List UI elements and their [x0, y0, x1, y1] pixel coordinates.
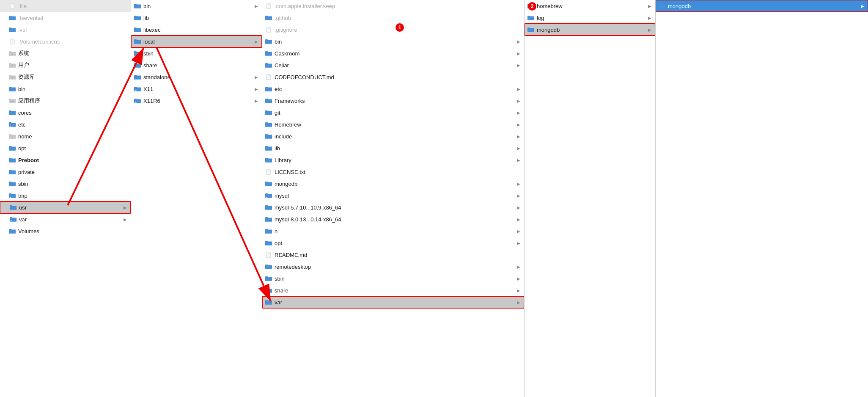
list-item[interactable]: etc▶	[262, 83, 524, 95]
list-item[interactable]: Library▶	[262, 154, 524, 166]
list-item[interactable]: opt▶	[262, 237, 524, 249]
item-label: share	[275, 287, 516, 294]
item-label: etc	[18, 121, 128, 128]
folder-icon	[265, 181, 272, 187]
list-item[interactable]: git▶	[262, 107, 524, 119]
list-item[interactable]: usr▶	[0, 201, 131, 213]
item-label: Homebrew	[275, 121, 516, 128]
item-label: tmp	[18, 193, 128, 199]
list-item[interactable]: .github	[262, 12, 524, 24]
list-item[interactable]: ✦ 用户	[0, 59, 131, 71]
list-item[interactable]: mongodb▶	[262, 178, 524, 190]
list-item[interactable]: n▶	[262, 225, 524, 237]
chevron-right-icon: ▶	[516, 99, 522, 103]
list-item[interactable]: bin▶	[131, 0, 262, 12]
list-item[interactable]: share	[131, 59, 262, 71]
folder-icon: ✦	[8, 50, 16, 56]
list-item[interactable]: lib	[131, 12, 262, 24]
folder-icon	[134, 74, 141, 80]
list-item[interactable]: local▶	[131, 36, 262, 47]
list-item[interactable]: ✦ home	[0, 130, 131, 142]
list-item[interactable]: opt	[0, 142, 131, 154]
list-item[interactable]: mysql-5.7.10...10.9-x86_64▶	[262, 201, 524, 213]
folder-icon	[8, 145, 16, 151]
svg-text:✦: ✦	[11, 64, 13, 67]
list-item[interactable]: .VolumeIcon.icns	[0, 36, 131, 47]
list-item[interactable]: ✦ 系统	[0, 47, 131, 59]
folder-icon	[265, 121, 272, 127]
chevron-right-icon: ▶	[516, 217, 522, 222]
list-item[interactable]: README.md	[262, 249, 524, 261]
chevron-right-icon: ▶	[516, 205, 522, 210]
item-label: Cellar	[275, 62, 516, 69]
folder-icon	[265, 299, 272, 305]
list-item[interactable]: X11R6▶	[131, 95, 262, 107]
list-item[interactable]: log▶	[525, 12, 655, 24]
list-item[interactable]: sbin	[0, 178, 131, 190]
item-label: homebrew	[537, 3, 647, 9]
list-item[interactable]: .vol	[0, 24, 131, 36]
list-item[interactable]: tmp	[0, 190, 131, 201]
folder-icon	[134, 50, 141, 56]
folder-icon	[265, 276, 272, 281]
list-item[interactable]: .gitignore	[262, 24, 524, 36]
list-item[interactable]: cores	[0, 107, 131, 119]
list-item[interactable]: mysql▶	[262, 190, 524, 201]
list-item[interactable]: Frameworks▶	[262, 95, 524, 107]
chevron-right-icon: ▶	[516, 63, 522, 68]
list-item[interactable]: standalone▶	[131, 71, 262, 83]
folder-icon	[8, 86, 16, 92]
folder-icon	[527, 15, 535, 21]
item-label: Volumes	[18, 228, 128, 234]
list-item[interactable]: .file	[0, 0, 131, 12]
item-label: include	[275, 133, 516, 140]
list-item[interactable]: libexec	[131, 24, 262, 36]
folder-icon	[265, 110, 272, 116]
item-label: mysql-5.7.10...10.9-x86_64	[275, 204, 516, 211]
list-item[interactable]: Preboot	[0, 154, 131, 166]
list-item[interactable]: sbin	[131, 47, 262, 59]
list-item[interactable]: share▶	[262, 284, 524, 296]
list-item[interactable]: lib▶	[262, 142, 524, 154]
list-item[interactable]: CODEOFCONDUCT.md	[262, 71, 524, 83]
chevron-right-icon: ▶	[516, 193, 522, 198]
folder-icon: ✦	[8, 74, 16, 80]
list-item[interactable]: ✦ 资源库	[0, 71, 131, 83]
chevron-right-icon: ▶	[647, 16, 653, 20]
folder-icon	[8, 15, 16, 21]
list-item[interactable]: mysql-8.0.13...0.14-x86_64▶	[262, 213, 524, 225]
list-item[interactable]: bin▶	[262, 36, 524, 47]
folder-icon	[265, 287, 272, 293]
list-item[interactable]: include▶	[262, 130, 524, 142]
list-item[interactable]: mongodb▶	[525, 24, 655, 36]
list-item[interactable]: Cellar▶	[262, 59, 524, 71]
list-item[interactable]: var▶	[262, 296, 524, 308]
folder-icon	[8, 27, 16, 33]
list-item[interactable]: Homebrew▶	[262, 119, 524, 130]
item-label: 资源库	[18, 73, 128, 81]
list-item[interactable]: ✦ 应用程序	[0, 95, 131, 107]
list-item[interactable]: homebrew▶	[525, 0, 655, 12]
list-item[interactable]: .fseventsd	[0, 12, 131, 24]
list-item[interactable]: remotedesktop▶	[262, 261, 524, 273]
list-item[interactable]: bin	[0, 83, 131, 95]
folder-icon	[265, 228, 272, 234]
item-label: local	[143, 39, 253, 45]
list-item[interactable]: etc	[0, 119, 131, 130]
folder-icon	[527, 27, 535, 33]
list-item[interactable]: LICENSE.txt	[262, 166, 524, 178]
item-label: remotedesktop	[275, 264, 516, 270]
list-item[interactable]: var▶	[0, 213, 131, 225]
list-item[interactable]: private	[0, 166, 131, 178]
list-item[interactable]: Caskroom▶	[262, 47, 524, 59]
list-item[interactable]: X11▶	[131, 83, 262, 95]
list-item[interactable]: Volumes	[0, 225, 131, 237]
item-label: cores	[18, 110, 128, 116]
folder-icon	[9, 216, 17, 222]
list-item[interactable]: sbin▶	[262, 273, 524, 284]
item-label: var	[275, 299, 516, 306]
folder-icon	[265, 15, 272, 21]
list-item[interactable]: .com.apple.installer.keep	[262, 0, 524, 12]
folder-icon	[265, 39, 272, 44]
list-item[interactable]: mongodb▶	[656, 0, 868, 12]
